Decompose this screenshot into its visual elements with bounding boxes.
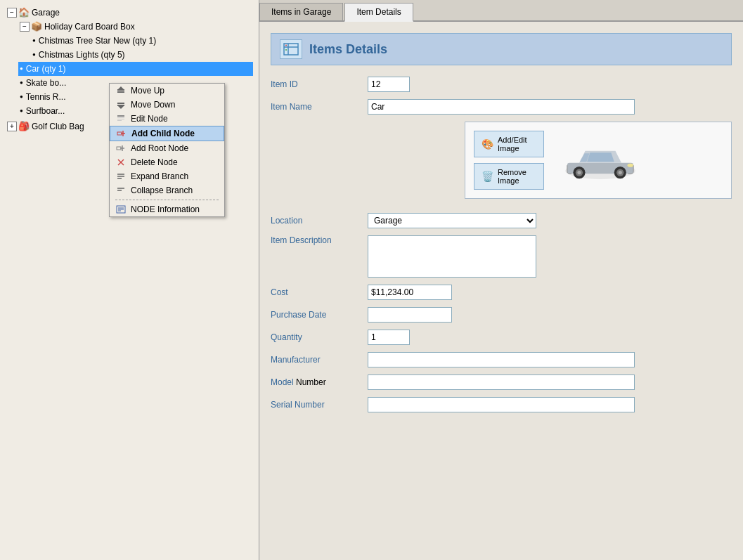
menu-item-add-child-node[interactable]: Add Child Node	[110, 126, 224, 141]
left-panel: − 🏠 Garage − 📦 Holiday Card Board Box ● …	[0, 0, 259, 560]
edit-icon	[115, 114, 127, 124]
tree-label-skateboard: Skate bo...	[26, 77, 66, 89]
svg-point-39	[619, 171, 622, 174]
tree-label-tennis: Tennis R...	[26, 91, 66, 103]
menu-label-move-up: Move Up	[131, 86, 164, 96]
bullet-icon: ●	[32, 34, 36, 47]
input-item-id[interactable]	[368, 77, 410, 92]
input-cost[interactable]	[368, 285, 452, 300]
menu-item-expand-branch[interactable]: Expand Branch	[110, 169, 224, 183]
color-wheel-icon: 🎨	[482, 138, 493, 150]
svg-rect-3	[117, 103, 124, 104]
svg-rect-6	[117, 115, 124, 117]
location-select[interactable]: Garage House Office Storage	[368, 213, 536, 228]
form-row-image: 🎨 Add/EditImage 🗑️ RemoveImage	[271, 122, 732, 206]
form-row-item-id: Item ID	[271, 77, 732, 92]
input-item-name[interactable]	[368, 99, 635, 115]
bullet-icon: ●	[20, 63, 23, 75]
menu-item-move-up[interactable]: Move Up	[110, 84, 224, 98]
label-location: Location	[271, 216, 362, 226]
input-purchase-date[interactable]	[368, 307, 452, 323]
tab-label-items-in-garage: Items in Garage	[271, 7, 331, 17]
svg-point-40	[628, 164, 634, 167]
tree-item-garage[interactable]: − 🏠 Garage	[6, 6, 253, 20]
menu-item-move-down[interactable]: Move Down	[110, 98, 224, 112]
label-description: Item Description	[271, 235, 362, 245]
move-down-icon	[115, 100, 127, 110]
menu-item-edit-node[interactable]: Edit Node	[110, 112, 224, 126]
label-model-number: Model Number	[271, 377, 362, 387]
tree-item-christmas-tree[interactable]: ● Chistmas Tree Star New (qty 1)	[31, 34, 253, 48]
input-serial-number[interactable]	[368, 397, 635, 412]
svg-point-31	[285, 49, 287, 51]
form-row-model-number: Model Number	[271, 375, 732, 390]
tree-item-holiday-card[interactable]: − 📦 Holiday Card Board Box	[18, 20, 253, 34]
tree-label-golf: Golf Club Bag	[32, 120, 84, 133]
svg-marker-5	[118, 106, 124, 109]
form-row-location: Location Garage House Office Storage	[271, 213, 732, 228]
detail-title: Items Details	[309, 42, 387, 57]
menu-item-node-info[interactable]: NODE Information	[110, 202, 224, 216]
menu-label-add-child: Add Child Node	[131, 129, 195, 138]
tree-item-christmas-lights[interactable]: ● Chistmas Lights (qty 5)	[31, 48, 253, 62]
tree-toggle-golf[interactable]: +	[7, 122, 17, 131]
label-cost: Cost	[271, 287, 362, 297]
folder-icon: 🏠	[18, 7, 30, 18]
menu-item-add-root-node[interactable]: Add Root Node	[110, 141, 224, 155]
form-row-quantity: Quantity	[271, 330, 732, 345]
bag-icon: 🎒	[18, 121, 30, 132]
tab-items-in-garage[interactable]: Items in Garage	[259, 3, 343, 20]
add-child-icon	[116, 129, 127, 138]
label-quantity: Quantity	[271, 332, 362, 342]
label-item-name: Item Name	[271, 102, 362, 112]
menu-item-collapse-branch[interactable]: Collapse Branch	[110, 183, 224, 197]
add-edit-image-button[interactable]: 🎨 Add/EditImage	[474, 131, 544, 157]
remove-image-button[interactable]: 🗑️ RemoveImage	[474, 163, 544, 190]
detail-panel: Items Details Item ID Item Name 🎨 Add/Ed…	[259, 22, 743, 560]
svg-rect-1	[117, 89, 124, 91]
tree-label-christmas-tree: Chistmas Tree Star New (qty 1)	[39, 34, 156, 47]
move-up-icon	[115, 86, 127, 96]
menu-item-delete-node[interactable]: Delete Node	[110, 155, 224, 169]
svg-rect-0	[117, 91, 124, 93]
menu-label-node-info: NODE Information	[131, 204, 200, 214]
input-manufacturer[interactable]	[368, 352, 635, 367]
svg-point-36	[577, 171, 581, 174]
label-model: Model	[271, 377, 296, 387]
input-description[interactable]	[368, 235, 536, 278]
svg-rect-9	[117, 120, 122, 121]
context-menu: Move Up Move Down Edit Node Add Child No…	[109, 83, 225, 217]
form-row-item-name: Item Name	[271, 99, 732, 115]
svg-point-30	[285, 45, 287, 46]
svg-rect-7	[117, 117, 124, 118]
tree-item-car[interactable]: ● Car (qty 1)	[18, 62, 253, 76]
expand-icon	[115, 171, 127, 181]
tree-label-car: Car (qty 1)	[26, 63, 66, 75]
menu-label-move-down: Move Down	[131, 100, 175, 110]
menu-label-delete-node: Delete Node	[131, 157, 178, 167]
tree-toggle-garage[interactable]: −	[7, 8, 17, 18]
bullet-icon: ●	[32, 48, 36, 61]
car-image	[558, 136, 642, 185]
tab-label-item-details: Item Details	[356, 7, 401, 17]
add-edit-image-label: Add/EditImage	[498, 136, 527, 152]
svg-rect-8	[117, 119, 124, 119]
tab-item-details[interactable]: Item Details	[344, 3, 413, 22]
menu-label-add-root: Add Root Node	[131, 143, 188, 153]
image-section: 🎨 Add/EditImage 🗑️ RemoveImage	[465, 122, 732, 199]
form-row-cost: Cost	[271, 285, 732, 300]
menu-label-edit-node: Edit Node	[131, 114, 168, 124]
right-panel: Items in Garage Item Details Items Detai…	[259, 0, 743, 560]
input-quantity[interactable]	[368, 330, 410, 345]
menu-separator	[115, 200, 219, 200]
tree-toggle-holiday[interactable]: −	[20, 22, 30, 32]
remove-image-icon: 🗑️	[482, 171, 493, 182]
input-model-number[interactable]	[368, 375, 635, 390]
svg-rect-4	[117, 105, 124, 106]
tabs-bar: Items in Garage Item Details	[259, 0, 743, 22]
tree-label-christmas-lights: Chistmas Lights (qty 5)	[39, 48, 125, 61]
tree-label-surfboard: Surfboar...	[26, 105, 65, 117]
delete-icon	[115, 157, 127, 167]
tree-label-holiday-card: Holiday Card Board Box	[44, 20, 135, 33]
node-info-icon	[115, 204, 127, 214]
